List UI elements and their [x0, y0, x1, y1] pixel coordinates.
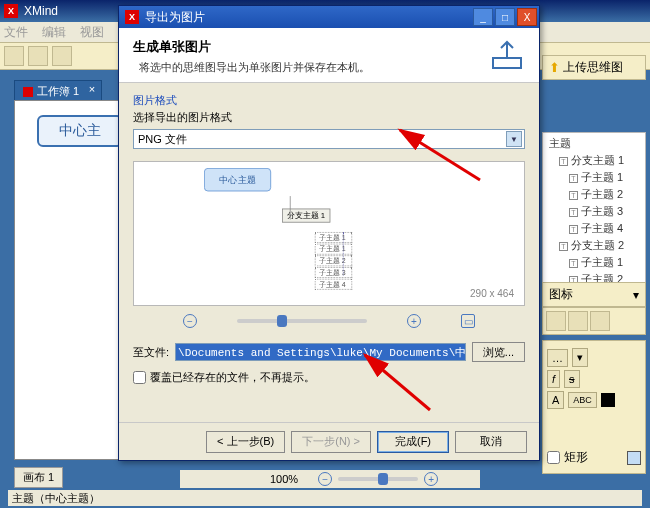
icon-picker[interactable] — [590, 311, 610, 331]
outline-root[interactable]: 主题 — [543, 135, 645, 152]
minimize-button[interactable]: _ — [473, 8, 493, 26]
global-zoom-bar: 100% − + — [180, 470, 480, 488]
back-button[interactable]: < 上一步(B) — [206, 431, 285, 453]
format-sub-label: 选择导出的图片格式 — [133, 110, 525, 125]
file-row: 至文件: \Documents and Settings\luke\My Doc… — [133, 342, 525, 362]
cancel-button[interactable]: 取消 — [455, 431, 527, 453]
icons-header[interactable]: 图标 ▾ — [542, 282, 646, 307]
overwrite-row: 覆盖已经存在的文件，不再提示。 — [133, 370, 525, 385]
overwrite-label: 覆盖已经存在的文件，不再提示。 — [150, 370, 315, 385]
preview-zoom-row: − + ▭ — [133, 314, 525, 328]
app-title: XMind — [24, 4, 58, 18]
maximize-button[interactable]: □ — [495, 8, 515, 26]
dialog-footer: < 上一步(B) 下一步(N) > 完成(F) 取消 — [119, 422, 539, 460]
preview-subtopic: 子主题 2 — [315, 255, 352, 266]
shape-swatch[interactable] — [627, 451, 641, 465]
menu-view[interactable]: 视图 — [80, 24, 104, 41]
preview-dimensions: 290 x 464 — [470, 288, 514, 299]
chevron-down-icon: ▾ — [633, 288, 639, 302]
zoom-slider[interactable] — [338, 477, 418, 481]
zoom-slider[interactable] — [237, 319, 367, 323]
export-icon — [489, 38, 525, 74]
app-logo-icon: X — [125, 10, 139, 24]
icon-picker[interactable] — [546, 311, 566, 331]
finish-button[interactable]: 完成(F) — [377, 431, 449, 453]
dialog-titlebar[interactable]: X 导出为图片 _ □ X — [119, 6, 539, 28]
preview-subtopic: 子主题 4 — [315, 279, 352, 290]
dialog-body: 图片格式 选择导出的图片格式 PNG 文件 ▼ 中心主题 分支主题 1 子主题 … — [119, 83, 539, 395]
outline-item[interactable]: T分支主题 1 — [543, 152, 645, 169]
upload-button[interactable]: ⬆ 上传思维图 — [542, 55, 646, 80]
shape-checkbox[interactable] — [547, 451, 560, 464]
sheet-tab[interactable]: 画布 1 — [14, 467, 63, 488]
italic-button[interactable]: f — [547, 370, 560, 388]
status-bar: 主题（中心主题） — [8, 490, 642, 506]
outline-panel: 主题 T分支主题 1 T子主题 1 T子主题 2 T子主题 3 T子主题 4 T… — [542, 132, 646, 291]
app-logo-icon — [23, 87, 33, 97]
svg-rect-0 — [493, 58, 521, 68]
close-icon[interactable]: × — [89, 83, 95, 95]
icons-label: 图标 — [549, 286, 573, 303]
preview-central-topic: 中心主题 — [204, 168, 271, 191]
toolbar-button[interactable] — [4, 46, 24, 66]
toolbar-button[interactable] — [28, 46, 48, 66]
toolbar-button[interactable] — [52, 46, 72, 66]
app-logo: X — [4, 4, 18, 18]
preview-subtopic: 子主题 1 — [315, 244, 352, 255]
zoom-out-icon[interactable]: − — [183, 314, 197, 328]
dialog-title: 生成单张图片 — [133, 38, 525, 56]
central-topic[interactable]: 中心主 — [37, 115, 123, 147]
format-combobox[interactable]: PNG 文件 ▼ — [133, 129, 525, 149]
upload-arrow-icon: ⬆ — [549, 60, 560, 75]
preview-box: 中心主题 分支主题 1 子主题 1 子主题 1 子主题 2 子主题 3 子主题 … — [133, 161, 525, 306]
zoom-percentage: 100% — [270, 473, 298, 485]
color-swatch[interactable] — [601, 393, 615, 407]
shape-label: 矩形 — [564, 449, 588, 466]
menu-file[interactable]: 文件 — [4, 24, 28, 41]
file-path-input[interactable]: \Documents and Settings\luke\My Document… — [175, 343, 466, 361]
dialog-header: 生成单张图片 将选中的思维图导出为单张图片并保存在本机。 — [119, 28, 539, 83]
dialog-window-title: 导出为图片 — [145, 9, 205, 26]
zoom-out-icon[interactable]: − — [318, 472, 332, 486]
overwrite-checkbox[interactable] — [133, 371, 146, 384]
outline-item[interactable]: T子主题 2 — [543, 186, 645, 203]
outline-item[interactable]: T子主题 1 — [543, 254, 645, 271]
menu-edit[interactable]: 编辑 — [42, 24, 66, 41]
style-select[interactable]: … — [547, 349, 568, 367]
upload-label: 上传思维图 — [563, 59, 623, 76]
dialog-subtitle: 将选中的思维图导出为单张图片并保存在本机。 — [133, 60, 525, 75]
file-label: 至文件: — [133, 345, 169, 360]
fit-icon[interactable]: ▭ — [461, 314, 475, 328]
preview-subtopic: 子主题 1 — [315, 232, 352, 243]
document-tab-label: 工作簿 1 — [37, 85, 79, 97]
icons-section: 图标 ▾ — [542, 282, 646, 335]
preview-subtopic: 子主题 3 — [315, 267, 352, 278]
outline-item[interactable]: T子主题 4 — [543, 220, 645, 237]
strike-button[interactable]: s — [564, 370, 580, 388]
next-button: 下一步(N) > — [291, 431, 371, 453]
outline-item[interactable]: T子主题 1 — [543, 169, 645, 186]
outline-item[interactable]: T分支主题 2 — [543, 237, 645, 254]
close-button[interactable]: X — [517, 8, 537, 26]
chevron-down-icon: ▼ — [506, 131, 522, 147]
style-panel: … ▾ f s A ABC 矩形 — [542, 340, 646, 474]
browse-button[interactable]: 浏览... — [472, 342, 525, 362]
upload-panel: ⬆ 上传思维图 — [542, 55, 646, 80]
format-value: PNG 文件 — [138, 132, 187, 147]
outline-item[interactable]: T子主题 3 — [543, 203, 645, 220]
export-dialog: X 导出为图片 _ □ X 生成单张图片 将选中的思维图导出为单张图片并保存在本… — [118, 5, 540, 461]
icon-picker[interactable] — [568, 311, 588, 331]
zoom-in-icon[interactable]: + — [407, 314, 421, 328]
style-select[interactable]: ▾ — [572, 348, 588, 367]
zoom-in-icon[interactable]: + — [424, 472, 438, 486]
align-button[interactable]: A — [547, 391, 564, 409]
case-button[interactable]: ABC — [568, 392, 597, 408]
format-group-label: 图片格式 — [133, 93, 525, 108]
